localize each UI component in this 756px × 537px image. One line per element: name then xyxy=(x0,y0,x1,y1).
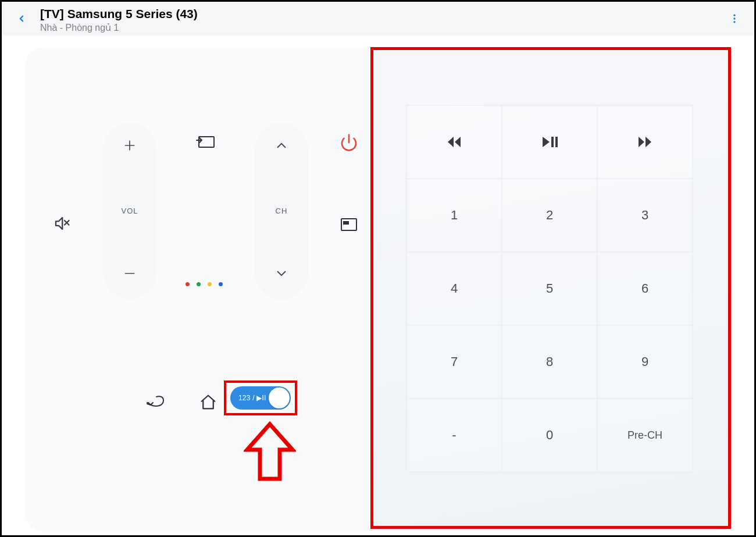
back-icon xyxy=(16,13,27,24)
keypad-0[interactable]: 0 xyxy=(502,399,597,472)
svg-point-2 xyxy=(733,21,735,23)
power-button[interactable] xyxy=(332,126,366,159)
volume-rocker: VOL xyxy=(103,123,156,298)
svg-marker-14 xyxy=(448,137,454,147)
volume-up-button[interactable] xyxy=(122,138,137,155)
rewind-icon xyxy=(447,136,462,148)
keypad-8[interactable]: 8 xyxy=(502,325,597,399)
svg-marker-20 xyxy=(646,137,651,147)
keypad-1[interactable]: 1 xyxy=(406,179,502,252)
blue-dot[interactable] xyxy=(219,282,223,286)
channel-rocker: CH xyxy=(255,123,308,298)
keypad-7[interactable]: 7 xyxy=(406,325,502,399)
keypad-4[interactable]: 4 xyxy=(406,252,502,325)
power-icon xyxy=(340,133,358,152)
plus-icon xyxy=(122,138,137,153)
source-icon xyxy=(195,133,215,150)
channel-up-button[interactable] xyxy=(274,138,289,155)
svg-point-0 xyxy=(733,15,735,16)
play-pause-button[interactable] xyxy=(502,105,597,179)
keypad-9[interactable]: 9 xyxy=(597,325,693,399)
green-dot[interactable] xyxy=(197,282,201,286)
volume-label: VOL xyxy=(121,207,138,215)
home-icon xyxy=(199,393,217,411)
keypad-toggle-highlight: 123 / ▶II xyxy=(224,380,297,415)
svg-rect-12 xyxy=(343,221,349,225)
return-icon xyxy=(146,394,166,410)
svg-marker-16 xyxy=(543,137,550,147)
color-buttons[interactable] xyxy=(186,282,223,286)
chevron-down-icon xyxy=(274,266,289,281)
yellow-dot[interactable] xyxy=(208,282,212,286)
header-bar: [TV] Samsung 5 Series (43) Nhà - Phòng n… xyxy=(2,2,754,35)
keypad-pre-ch[interactable]: Pre-CH xyxy=(597,399,693,472)
keypad-panel-highlight: 1 2 3 4 5 6 7 8 9 - 0 Pre-CH xyxy=(370,47,731,529)
home-button[interactable] xyxy=(194,387,223,417)
mute-button[interactable] xyxy=(44,205,80,241)
minus-icon xyxy=(122,266,137,281)
return-button[interactable] xyxy=(141,387,170,417)
channel-label: CH xyxy=(276,207,288,215)
forward-icon xyxy=(637,136,652,148)
keypad-6[interactable]: 6 xyxy=(597,252,693,325)
vertical-dots-icon xyxy=(729,13,740,24)
keypad-5[interactable]: 5 xyxy=(502,252,597,325)
svg-marker-15 xyxy=(455,137,461,147)
svg-point-1 xyxy=(733,17,735,19)
toggle-label: 123 / ▶II xyxy=(238,394,266,402)
volume-down-button[interactable] xyxy=(122,266,137,283)
back-button[interactable] xyxy=(13,10,30,27)
header-titles: [TV] Samsung 5 Series (43) Nhà - Phòng n… xyxy=(40,4,723,33)
toggle-knob xyxy=(269,387,290,408)
keypad-grid: 1 2 3 4 5 6 7 8 9 - 0 Pre-CH xyxy=(406,105,693,472)
page-title: [TV] Samsung 5 Series (43) xyxy=(40,6,723,21)
fast-forward-button[interactable] xyxy=(597,105,693,179)
mute-icon xyxy=(53,215,70,232)
keypad-2[interactable]: 2 xyxy=(502,179,597,252)
red-dot[interactable] xyxy=(186,282,190,286)
play-pause-icon xyxy=(541,136,558,148)
keypad-3[interactable]: 3 xyxy=(597,179,693,252)
caption-icon xyxy=(340,218,358,232)
svg-rect-17 xyxy=(551,137,554,147)
remote-canvas: VOL CH xyxy=(25,47,733,531)
svg-rect-18 xyxy=(555,137,558,147)
rewind-button[interactable] xyxy=(406,105,502,179)
svg-marker-13 xyxy=(247,424,293,479)
chevron-up-icon xyxy=(274,138,289,153)
page-subtitle: Nhà - Phòng ngủ 1 xyxy=(40,22,723,33)
annotation-arrow-icon xyxy=(244,421,296,485)
overflow-menu-button[interactable] xyxy=(723,7,746,30)
svg-rect-9 xyxy=(199,137,214,147)
keypad-dash[interactable]: - xyxy=(406,399,502,472)
channel-down-button[interactable] xyxy=(274,266,289,283)
source-input-button[interactable] xyxy=(181,124,230,159)
info-guide-button[interactable] xyxy=(332,208,366,241)
svg-marker-19 xyxy=(639,137,644,147)
keypad-mode-toggle[interactable]: 123 / ▶II xyxy=(230,386,291,410)
svg-marker-3 xyxy=(56,218,62,229)
